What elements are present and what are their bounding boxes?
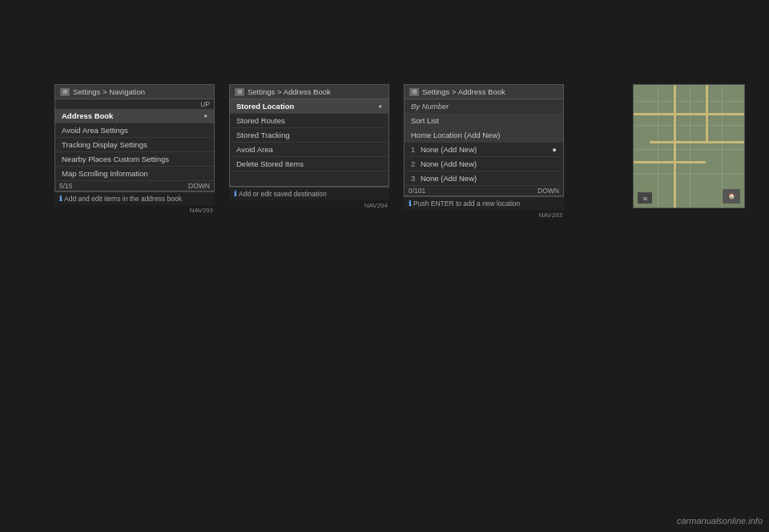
panel2-item-4[interactable]: Delete Stored Items — [230, 157, 389, 171]
panel2-header: ⊞ Settings > Address Book — [230, 85, 389, 99]
panel1-item-4[interactable]: Map Scrolling Information — [55, 167, 214, 181]
panel2-item-0[interactable]: Stored Location ● — [230, 99, 389, 114]
panel1-info-icon: ℹ — [59, 195, 62, 203]
panel2-info-icon: ℹ — [234, 190, 236, 198]
panel3-nav-code: NAV293 — [404, 212, 564, 219]
panel3-list-item-1[interactable]: 2 None (Add New) — [405, 157, 563, 171]
panel3-list-item-0[interactable]: 1 None (Add New) ● — [405, 143, 563, 157]
panel3-icon: ⊞ — [409, 88, 419, 96]
panel2-nav-code: NAV294 — [229, 202, 389, 209]
panel2-item-1[interactable]: Stored Routes — [230, 114, 389, 128]
panel1-down: 5/15 DOWN — [55, 181, 214, 191]
panel3-list-item-2[interactable]: 3 None (Add New) — [405, 171, 563, 186]
map-background: 🏠 ⊞ — [633, 84, 745, 208]
panel3-info-icon: ℹ — [409, 200, 411, 208]
panel3-info: ℹ Push ENTER to add a new location — [404, 196, 564, 210]
panel1-up: UP — [55, 99, 214, 109]
panel1-item-0[interactable]: Address Book ● — [55, 109, 214, 123]
panel-address-book-list: ⊞ Settings > Address Book By Number Sort… — [404, 84, 564, 219]
panel1-icon: ⊞ — [60, 88, 70, 96]
panel2-breadcrumb: Settings > Address Book — [248, 87, 331, 96]
panel1-item-1[interactable]: Avoid Area Settings — [55, 123, 214, 138]
panel2-item-2[interactable]: Stored Tracking — [230, 128, 389, 143]
page-background: 🏠 ⊞ ⊞ Settings > Navigation UP Address B… — [0, 0, 769, 532]
panel-address-book: ⊞ Settings > Address Book Stored Locatio… — [229, 84, 389, 219]
panel3-down: 0/101 DOWN — [405, 186, 563, 195]
watermark: carmanualsonline.info — [677, 516, 763, 526]
panel1-header: ⊞ Settings > Navigation — [55, 85, 214, 99]
panel3-header: ⊞ Settings > Address Book — [405, 85, 563, 99]
panel2-icon: ⊞ — [235, 88, 244, 96]
panel3-subitem-2[interactable]: Home Location (Add New) — [405, 128, 563, 143]
panel3-subitem-1[interactable]: Sort List — [405, 114, 563, 128]
panel1-item-2[interactable]: Tracking Display Settings — [55, 138, 214, 152]
panels-container: ⊞ Settings > Navigation UP Address Book … — [54, 84, 564, 219]
panel2-item-3[interactable]: Avoid Area — [230, 143, 389, 157]
panel1-info: ℹ Add and edit items in the address book — [54, 191, 215, 205]
panel1-item-3[interactable]: Nearby Places Custom Settings — [55, 152, 214, 167]
panel1-nav-code: NAV293 — [54, 207, 215, 214]
panel2-info: ℹ Add or edit saved destination — [229, 187, 389, 200]
panel3-subitem-0[interactable]: By Number — [405, 99, 563, 114]
panel1-breadcrumb: Settings > Navigation — [73, 87, 145, 96]
panel-navigation: ⊞ Settings > Navigation UP Address Book … — [54, 84, 215, 219]
panel3-breadcrumb: Settings > Address Book — [422, 87, 505, 96]
